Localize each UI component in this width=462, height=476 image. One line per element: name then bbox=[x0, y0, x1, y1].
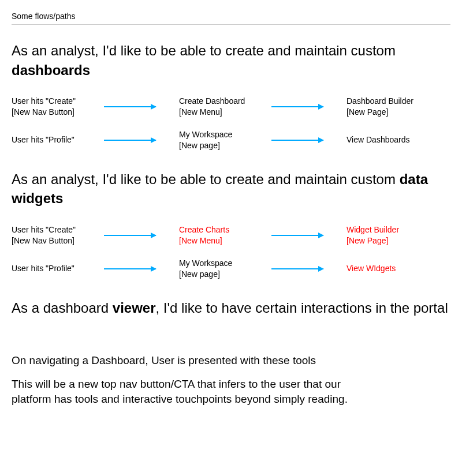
flow-step-line: User hits "Profile" bbox=[12, 134, 104, 145]
flow-step-line: [New page] bbox=[179, 140, 271, 151]
flow-step-line: My Workspace bbox=[179, 258, 271, 269]
flow-step-start: User hits "Create" [New Nav Button] bbox=[12, 224, 104, 246]
flow-step-line: Widget Builder bbox=[346, 224, 445, 235]
flow-step-line: [New Page] bbox=[346, 107, 445, 118]
arrow-icon bbox=[271, 268, 346, 269]
arrow-icon bbox=[271, 235, 346, 236]
heading-text: As a dashboard bbox=[12, 300, 113, 316]
flow-step-line: User hits "Create" bbox=[12, 224, 104, 235]
flow-step-start: User hits "Profile" bbox=[12, 263, 104, 274]
flow-step-line: Create Dashboard bbox=[179, 96, 271, 107]
flow-step-end: View Dashboards bbox=[346, 134, 445, 145]
heading-text: As an analyst, I'd like to be able to cr… bbox=[12, 171, 400, 187]
flow-step-mid: Create Charts [New Menu] bbox=[179, 224, 271, 246]
flow-step-line: Dashboard Builder bbox=[346, 96, 445, 107]
section-header: Some flows/paths bbox=[12, 12, 450, 25]
flow-row: User hits "Create" [New Nav Button] Crea… bbox=[12, 224, 450, 246]
flow-step-mid: My Workspace [New page] bbox=[179, 258, 271, 280]
flow-step-line: User hits "Create" bbox=[12, 96, 104, 107]
flow-step-end: View WIdgets bbox=[346, 263, 445, 274]
flow-step-end: Widget Builder [New Page] bbox=[346, 224, 445, 246]
heading-text: As an analyst, I'd like to be able to cr… bbox=[12, 43, 396, 58]
user-story-heading-viewer: As a dashboard viewer, I'd like to have … bbox=[12, 298, 450, 318]
flow-step-line: View WIdgets bbox=[346, 263, 445, 274]
user-story-heading-widgets: As an analyst, I'd like to be able to cr… bbox=[12, 170, 450, 208]
heading-bold: dashboards bbox=[12, 62, 90, 78]
flow-step-line: [New Nav Button] bbox=[12, 235, 104, 246]
flow-step-end: Dashboard Builder [New Page] bbox=[346, 96, 445, 118]
arrow-icon bbox=[271, 140, 346, 141]
flow-step-mid: My Workspace [New page] bbox=[179, 129, 271, 151]
flow-step-line: Create Charts bbox=[179, 224, 271, 235]
flow-row: User hits "Profile" My Workspace [New pa… bbox=[12, 258, 450, 280]
body-paragraph: This will be a new top nav button/CTA th… bbox=[12, 377, 358, 407]
arrow-icon bbox=[104, 106, 179, 107]
flow-row: User hits "Profile" My Workspace [New pa… bbox=[12, 129, 450, 151]
heading-text: , I'd like to have certain interactions … bbox=[156, 300, 448, 316]
flow-row: User hits "Create" [New Nav Button] Crea… bbox=[12, 96, 450, 118]
flow-step-start: User hits "Profile" bbox=[12, 134, 104, 145]
flow-step-mid: Create Dashboard [New Menu] bbox=[179, 96, 271, 118]
flow-step-start: User hits "Create" [New Nav Button] bbox=[12, 96, 104, 118]
flow-step-line: [New Nav Button] bbox=[12, 107, 104, 118]
heading-bold: viewer bbox=[113, 300, 156, 316]
flow-step-line: View Dashboards bbox=[346, 134, 445, 145]
flow-step-line: User hits "Profile" bbox=[12, 263, 104, 274]
flow-step-line: [New page] bbox=[179, 269, 271, 280]
flow-step-line: [New Menu] bbox=[179, 235, 271, 246]
body-paragraph: On navigating a Dashboard, User is prese… bbox=[12, 353, 450, 369]
flow-step-line: [New Page] bbox=[346, 235, 445, 246]
arrow-icon bbox=[271, 106, 346, 107]
user-story-heading-dashboards: As an analyst, I'd like to be able to cr… bbox=[12, 41, 450, 80]
arrow-icon bbox=[104, 235, 179, 236]
flow-step-line: [New Menu] bbox=[179, 107, 271, 118]
flow-step-line: My Workspace bbox=[179, 129, 271, 140]
arrow-icon bbox=[104, 268, 179, 269]
arrow-icon bbox=[104, 140, 179, 141]
